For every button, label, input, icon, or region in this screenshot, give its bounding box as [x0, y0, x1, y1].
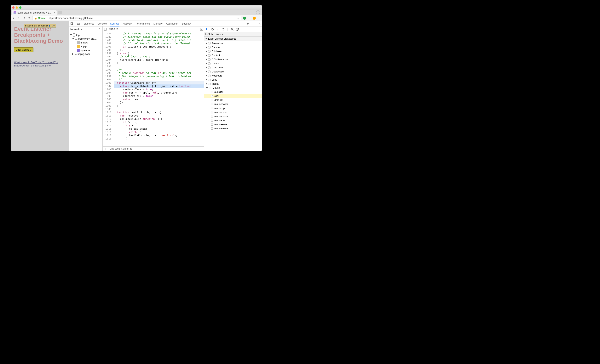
checkbox[interactable] — [208, 50, 210, 53]
checkbox[interactable] — [208, 58, 210, 61]
checkbox[interactable] — [211, 99, 213, 101]
checkbox[interactable] — [211, 95, 213, 97]
maximize-window-icon[interactable] — [19, 6, 21, 9]
breakpoint-category[interactable]: Load — [204, 78, 262, 82]
global-listeners-section[interactable]: Global Listeners — [204, 32, 262, 36]
document-icon — [77, 41, 80, 44]
step-into-icon[interactable] — [216, 28, 219, 31]
breakpoint-category[interactable]: Control — [204, 53, 262, 57]
breakpoint-category[interactable]: Canvas — [204, 45, 262, 49]
checkbox[interactable] — [211, 119, 213, 121]
breakpoint-category[interactable]: Keyboard — [204, 74, 262, 78]
checkbox[interactable] — [211, 111, 213, 113]
minimize-window-icon[interactable] — [16, 6, 18, 9]
tab-performance[interactable]: Performance — [135, 22, 150, 25]
breakpoint-category[interactable]: DOM Mutation — [204, 57, 262, 62]
breakpoint-event[interactable]: mouseover — [204, 110, 262, 114]
pretty-print-icon[interactable]: {} — [104, 147, 106, 150]
tree-domain[interactable]: ☁framework-bla… — [70, 37, 102, 41]
source-tab-vuejs[interactable]: vue.js× — [108, 27, 119, 31]
tree-file-stylecss[interactable]: style.css — [70, 48, 102, 52]
tab-console[interactable]: Console — [97, 22, 107, 25]
new-tab-button[interactable] — [58, 11, 62, 14]
tree-external[interactable]: ☁unpkg.com — [70, 52, 102, 56]
navigator-overflow-icon[interactable]: » — [81, 28, 83, 30]
close-window-icon[interactable] — [12, 6, 15, 9]
tab-network[interactable]: Network — [123, 22, 132, 25]
pause-on-exceptions-icon[interactable] — [236, 28, 239, 31]
checkbox[interactable] — [208, 42, 210, 45]
breakpoint-category[interactable]: Animation — [204, 41, 262, 45]
tab-memory[interactable]: Memory — [153, 22, 163, 25]
event-listener-breakpoints-section[interactable]: Event Listener Breakpoints — [204, 36, 262, 41]
deactivate-breakpoints-icon[interactable] — [230, 28, 234, 31]
profile-icon[interactable] — [256, 10, 260, 14]
checkbox[interactable] — [208, 66, 210, 69]
checkbox[interactable] — [209, 87, 211, 89]
browser-menu-icon[interactable]: ⋮ — [258, 16, 261, 20]
extension-icon-2[interactable] — [253, 17, 256, 20]
checkbox[interactable] — [208, 79, 210, 81]
breakpoint-category[interactable]: Device — [204, 62, 262, 65]
breakpoint-category[interactable]: Clipboard — [204, 49, 262, 53]
breakpoint-category[interactable]: Drag / drop — [204, 65, 262, 70]
tree-file-appjs[interactable]: app.js — [70, 45, 102, 48]
tabs-overflow-icon[interactable]: » — [247, 22, 249, 26]
breakpoint-event[interactable]: dblclick — [204, 98, 262, 102]
device-toolbar-icon[interactable] — [77, 22, 80, 25]
overlay-step-icon[interactable] — [52, 25, 55, 27]
bookmark-star-icon[interactable]: ☆ — [237, 17, 239, 19]
checkbox[interactable] — [211, 107, 213, 109]
breakpoint-category-mouse[interactable]: Mouse — [204, 86, 262, 90]
breakpoint-event[interactable]: mouseup — [204, 106, 262, 110]
step-over-icon[interactable] — [211, 28, 214, 31]
tree-file-index[interactable]: (index) — [70, 41, 102, 45]
tab-sources[interactable]: Sources — [110, 22, 120, 27]
navigator-tab-network[interactable]: Network — [70, 28, 80, 30]
step-out-icon[interactable] — [222, 28, 225, 31]
address-bar[interactable]: 🔒 Secure | https://framework-blackboxing… — [32, 16, 241, 20]
inspect-element-icon[interactable] — [70, 22, 74, 25]
breakpoint-event[interactable]: auxclick — [204, 90, 262, 94]
checkbox[interactable] — [208, 71, 210, 73]
checkbox[interactable] — [208, 54, 210, 57]
reload-icon[interactable] — [22, 17, 25, 20]
checkbox[interactable] — [208, 62, 210, 65]
devtools-close-icon[interactable]: × — [259, 22, 261, 26]
extension-overflow-icon[interactable]: ⋯ — [248, 17, 251, 19]
breakpoint-event[interactable]: mousemove — [204, 114, 262, 118]
breakpoint-category[interactable]: Geolocation — [204, 70, 262, 74]
overlay-resume-icon[interactable] — [49, 25, 52, 27]
tab-application[interactable]: Application — [166, 22, 178, 25]
extension-icon[interactable] — [243, 17, 246, 20]
code-viewer[interactable]: 1786178717881789179017911792179317941795… — [103, 32, 204, 146]
breakpoint-category[interactable]: Media — [204, 82, 262, 86]
navigator-menu-icon[interactable]: ⋮ — [98, 28, 101, 30]
toggle-navigator-icon[interactable] — [104, 28, 106, 30]
tree-top[interactable]: top — [70, 33, 102, 37]
breakpoint-event[interactable]: mouseleave — [204, 126, 262, 130]
breakpoint-event[interactable]: mouseout — [204, 118, 262, 122]
checkbox[interactable] — [211, 91, 213, 93]
checkbox[interactable] — [211, 127, 213, 130]
toggle-debugger-sidebar-icon[interactable] — [200, 28, 203, 30]
checkbox[interactable] — [208, 75, 210, 77]
breakpoint-event[interactable]: click — [204, 94, 262, 98]
breakpoint-event[interactable]: mouseenter — [204, 122, 262, 126]
home-icon[interactable] — [27, 17, 30, 20]
back-icon[interactable] — [12, 17, 15, 20]
checkbox[interactable] — [208, 83, 210, 85]
checkbox[interactable] — [211, 115, 213, 118]
close-icon[interactable]: × — [116, 28, 118, 30]
browser-tab[interactable]: Event Listener Breakpoints + B… × — [12, 10, 57, 15]
tab-elements[interactable]: Elements — [84, 22, 94, 25]
tab-security[interactable]: Security — [182, 22, 191, 25]
checkbox[interactable] — [211, 103, 213, 105]
forward-icon[interactable] — [17, 17, 20, 20]
checkbox[interactable] — [208, 46, 210, 48]
breakpoint-event[interactable]: mousedown — [204, 102, 262, 106]
checkbox[interactable] — [211, 123, 213, 126]
resume-icon[interactable] — [206, 28, 209, 31]
devtools-menu-icon[interactable]: ⋮ — [253, 22, 255, 26]
close-tab-icon[interactable]: × — [54, 11, 55, 14]
